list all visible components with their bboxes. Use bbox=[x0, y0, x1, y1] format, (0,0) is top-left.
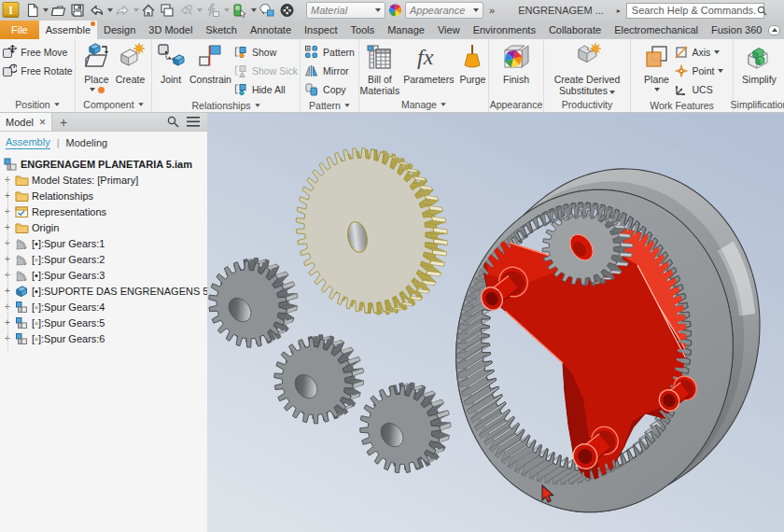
mirror-button[interactable]: Mirror bbox=[304, 62, 355, 80]
tab-modeling[interactable]: Modeling bbox=[66, 137, 108, 148]
select-button[interactable] bbox=[230, 1, 250, 20]
update-button[interactable] bbox=[203, 1, 223, 20]
constrain-button[interactable]: Constrain bbox=[189, 39, 231, 85]
bill-of-materials-button[interactable]: Bill of Materials bbox=[360, 39, 400, 96]
pattern-button[interactable]: Pattern bbox=[304, 43, 355, 62]
tree-item[interactable]: +Representations bbox=[0, 203, 207, 219]
tree-item[interactable]: +Model States: [Primary] bbox=[0, 172, 207, 188]
viewport-3d[interactable] bbox=[207, 113, 784, 532]
ribbon-tab-3d-model[interactable]: 3D Model bbox=[142, 21, 199, 39]
tree-item[interactable]: +[◦]:Spur Gears:5 bbox=[0, 315, 207, 330]
panel-label[interactable]: Appearance bbox=[489, 97, 543, 112]
save-button[interactable] bbox=[68, 1, 87, 20]
ribbon-tab-tools[interactable]: Tools bbox=[344, 21, 382, 39]
ribbon-tab-sketch[interactable]: Sketch bbox=[199, 21, 244, 39]
tree-item[interactable]: +[◦]:Spur Gears:4 bbox=[0, 299, 207, 315]
panel-label[interactable]: Pattern bbox=[301, 99, 358, 112]
new-file-button[interactable] bbox=[23, 1, 42, 20]
tree-item[interactable]: +Origin bbox=[0, 219, 207, 235]
plane-button[interactable]: Plane bbox=[642, 39, 672, 93]
expander-icon[interactable]: + bbox=[0, 175, 15, 185]
panel-label[interactable]: Component bbox=[76, 97, 151, 112]
ribbon-tab-inspect[interactable]: Inspect bbox=[298, 21, 343, 39]
expander-icon[interactable]: + bbox=[0, 286, 15, 296]
panel-label[interactable]: Productivity bbox=[544, 97, 630, 112]
simplify-button[interactable]: Simplify bbox=[742, 39, 777, 85]
selection-filter-button[interactable] bbox=[257, 1, 277, 20]
tree-item[interactable]: +Relationships bbox=[0, 188, 207, 203]
tree-item[interactable]: +[•]:SUPORTE DAS ENGRENAGENS 5:1 bbox=[0, 283, 207, 299]
open-button[interactable] bbox=[49, 1, 68, 20]
ribbon-tab-environments[interactable]: Environments bbox=[467, 21, 542, 39]
parameters-button[interactable]: fxParameters bbox=[403, 39, 454, 85]
browser-search-icon[interactable] bbox=[167, 116, 179, 128]
free-rotate-button[interactable]: Free Rotate bbox=[2, 62, 72, 80]
expander-icon[interactable]: + bbox=[0, 254, 15, 264]
ribbon-tab-collaborate[interactable]: Collaborate bbox=[542, 21, 608, 39]
inventor-logo[interactable]: I bbox=[0, 1, 23, 20]
point-button[interactable]: Point bbox=[674, 62, 724, 80]
hide-all-button[interactable]: Hide All bbox=[233, 80, 298, 99]
dropdown-caret-icon[interactable] bbox=[196, 1, 203, 20]
expander-icon[interactable]: + bbox=[0, 206, 15, 217]
browser-tab-model[interactable]: Model × bbox=[0, 113, 52, 131]
ribbon-tab-manage[interactable]: Manage bbox=[381, 21, 431, 39]
tab-assembly[interactable]: Assembly bbox=[6, 136, 50, 149]
ribbon-tab-electromechanical[interactable]: Electromechanical bbox=[608, 21, 705, 39]
panel-label[interactable]: Simplification bbox=[734, 97, 784, 112]
axis-button[interactable]: Axis bbox=[674, 43, 724, 62]
ribbon-collapse-button[interactable] bbox=[768, 25, 780, 35]
undo-button[interactable] bbox=[87, 1, 106, 20]
ribbon-tab-view[interactable]: View bbox=[431, 21, 467, 39]
tree-item[interactable]: +[•]:Spur Gears:1 bbox=[0, 235, 207, 251]
panel-label[interactable]: Work Features bbox=[631, 99, 733, 112]
ribbon-tab-fusion-360[interactable]: Fusion 360 bbox=[705, 21, 768, 39]
place-button[interactable]: Place bbox=[82, 39, 112, 93]
create-derived-substitutes-button[interactable]: Create Derived Substitutes bbox=[546, 39, 628, 96]
title-expand-arrow[interactable]: ▸ bbox=[617, 7, 621, 15]
finish-button[interactable]: Finish bbox=[501, 39, 531, 85]
tree-item[interactable]: +[◦]:Spur Gears:2 bbox=[0, 251, 207, 267]
expander-icon[interactable]: + bbox=[0, 301, 15, 312]
expander-icon[interactable]: + bbox=[0, 238, 15, 248]
show-sick-button[interactable]: Show Sick bbox=[233, 62, 298, 80]
panel-label[interactable]: Position bbox=[0, 97, 75, 112]
browser-menu-icon[interactable] bbox=[187, 117, 200, 127]
purge-button[interactable]: Purge bbox=[457, 39, 487, 85]
dropdown-caret-icon[interactable] bbox=[133, 1, 139, 20]
toolbar-overflow-chevron[interactable]: » bbox=[489, 5, 494, 16]
free-move-button[interactable]: Free Move bbox=[2, 43, 72, 62]
show-button[interactable]: Show bbox=[233, 43, 298, 62]
expander-icon[interactable]: + bbox=[0, 333, 15, 343]
expander-icon[interactable]: + bbox=[0, 222, 15, 232]
ribbon-tab-annotate[interactable]: Annotate bbox=[244, 21, 298, 39]
ribbon-tab-design[interactable]: Design bbox=[97, 21, 142, 39]
expander-icon[interactable]: + bbox=[0, 190, 15, 201]
close-icon[interactable]: × bbox=[39, 116, 46, 129]
tree-item[interactable]: ENGRENAGEM PLANETARIA 5.iam bbox=[0, 156, 207, 172]
switch-window-button[interactable] bbox=[158, 1, 176, 20]
create-button[interactable]: Create bbox=[116, 39, 146, 85]
material-combo[interactable]: Material bbox=[306, 2, 385, 19]
ribbon-tab-assemble[interactable]: Assemble bbox=[39, 21, 97, 39]
material-ball-button[interactable] bbox=[277, 1, 297, 20]
add-browser-tab-button[interactable]: + bbox=[52, 113, 75, 131]
search-input[interactable]: Search Help & Commands... bbox=[626, 3, 764, 19]
ucs-button[interactable]: UCS bbox=[674, 80, 724, 99]
expander-icon[interactable]: + bbox=[0, 317, 15, 328]
copy-button[interactable]: Copy bbox=[304, 80, 355, 99]
return-button[interactable] bbox=[176, 1, 196, 20]
panel-label[interactable]: Relationships bbox=[152, 99, 300, 112]
dropdown-caret-icon[interactable] bbox=[42, 1, 49, 20]
dropdown-caret-icon[interactable] bbox=[223, 1, 230, 20]
appearance-combo[interactable]: Appearance bbox=[405, 2, 483, 19]
dropdown-caret-icon[interactable] bbox=[250, 1, 257, 20]
joint-button[interactable]: Joint bbox=[156, 39, 186, 85]
expander-icon[interactable]: + bbox=[0, 270, 15, 280]
tree-item[interactable]: +[◦]:Spur Gears:6 bbox=[0, 330, 207, 346]
redo-button[interactable] bbox=[113, 1, 133, 20]
ribbon-tab-file[interactable]: File bbox=[0, 21, 39, 39]
dropdown-caret-icon[interactable] bbox=[106, 1, 113, 20]
panel-label[interactable]: Manage bbox=[359, 97, 488, 112]
home-button[interactable] bbox=[139, 1, 158, 20]
